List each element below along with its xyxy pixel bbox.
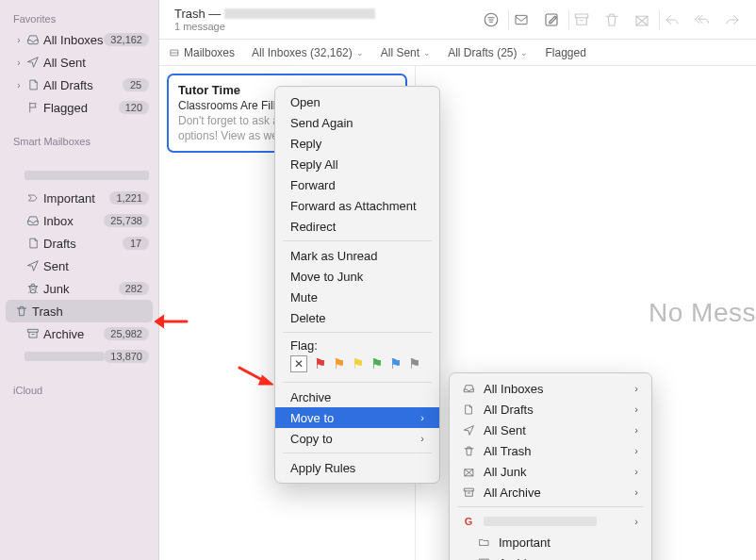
forward-button[interactable] (718, 7, 747, 33)
junk-icon (461, 466, 476, 478)
menu-reply[interactable]: Reply (275, 133, 439, 154)
flag-gray-icon[interactable]: ⚑ (408, 355, 420, 372)
sidebar-badge: 13,870 (104, 350, 149, 363)
menu-move-to[interactable]: Move to› (275, 407, 439, 428)
menu-label: Reply (290, 137, 321, 151)
paper-plane-icon (25, 259, 41, 272)
mailboxes-toggle[interactable]: Mailboxes (169, 46, 235, 59)
sidebar-item-drafts[interactable]: Drafts 17 (0, 232, 158, 255)
filter-flagged[interactable]: Flagged (545, 46, 585, 59)
menu-send-again[interactable]: Send Again (275, 112, 439, 133)
google-icon: G (461, 516, 476, 527)
menu-move-junk[interactable]: Move to Junk (275, 266, 439, 287)
menu-mute[interactable]: Mute (275, 287, 439, 307)
message-count: 1 message (174, 21, 475, 32)
sidebar-label: All Sent (41, 56, 149, 70)
submenu-all-inboxes[interactable]: All Inboxes› (450, 378, 651, 399)
sidebar-badge: 25,982 (104, 327, 149, 340)
sidebar-label: Drafts (41, 237, 123, 251)
menu-label: Mark as Unread (290, 249, 377, 263)
menu-apply-rules[interactable]: Apply Rules (275, 457, 439, 478)
sidebar-badge: 1,221 (109, 191, 149, 205)
sidebar-badge: 120 (119, 101, 149, 114)
sidebar-item-sent[interactable]: Sent (0, 255, 158, 277)
submenu-all-sent[interactable]: All Sent› (450, 420, 651, 440)
mail-button[interactable] (507, 7, 535, 33)
smart-mailboxes-heading: Smart Mailboxes (0, 132, 158, 151)
chevron-right-icon[interactable]: › (13, 58, 25, 68)
flag-orange-icon[interactable]: ⚑ (333, 355, 345, 372)
menu-label: Send Again (290, 116, 353, 130)
sidebar-item-account-name[interactable]: x (0, 164, 158, 187)
sidebar-item-inbox[interactable]: Inbox 25,738 (0, 209, 158, 232)
submenu-all-junk[interactable]: All Junk› (450, 461, 651, 482)
menu-label: Copy to (290, 432, 333, 446)
chevron-right-icon: › (634, 466, 638, 477)
mailboxes-label: Mailboxes (184, 46, 235, 59)
archive-button[interactable] (567, 7, 596, 33)
compose-button[interactable] (537, 7, 566, 33)
sidebar-item-archive[interactable]: Archive 25,982 (0, 322, 158, 345)
document-icon (461, 404, 476, 416)
reply-all-button[interactable] (688, 7, 716, 33)
filter-button[interactable] (477, 7, 505, 33)
menu-delete[interactable]: Delete (275, 307, 439, 328)
submenu-label: All Sent (484, 423, 526, 437)
redacted-account (484, 517, 597, 526)
submenu-account[interactable]: G› (450, 511, 651, 532)
chevron-right-icon[interactable]: › (13, 80, 25, 91)
sidebar-badge: 25 (123, 78, 149, 91)
filter-label: All Drafts (25) (448, 46, 517, 59)
submenu-all-archive[interactable]: All Archive› (450, 482, 651, 502)
menu-copy-to[interactable]: Copy to› (275, 428, 439, 449)
sidebar-item-trash[interactable]: Trash (6, 300, 153, 322)
chevron-right-icon[interactable]: › (13, 35, 25, 45)
redacted-label: x (25, 352, 104, 361)
menu-label: Forward (290, 178, 336, 192)
menu-mark-unread[interactable]: Mark as Unread (275, 245, 439, 266)
menu-forward[interactable]: Forward (275, 174, 439, 195)
menu-reply-all[interactable]: Reply All (275, 154, 439, 174)
submenu-important[interactable]: Important (450, 532, 651, 552)
window-title-prefix: Trash — (174, 7, 221, 21)
junk-button[interactable] (628, 7, 656, 33)
menu-label: Reply All (290, 157, 338, 172)
filter-all-drafts[interactable]: All Drafts (25) ⌄ (448, 46, 528, 59)
chevron-down-icon: ⌄ (423, 48, 431, 58)
sidebar-item-redacted[interactable]: x 13,870 (0, 345, 158, 368)
archive-icon (25, 327, 41, 340)
flag-yellow-icon[interactable]: ⚑ (352, 355, 364, 372)
menu-label: Redirect (290, 220, 336, 234)
sidebar-item-all-sent[interactable]: › All Sent (0, 51, 158, 74)
filter-all-inboxes[interactable]: All Inboxes (32,162) ⌄ (252, 46, 364, 59)
menu-open[interactable]: Open (275, 91, 439, 112)
flag-green-icon[interactable]: ⚑ (370, 355, 383, 372)
sidebar-label: Trash (30, 305, 149, 319)
submenu-all-trash[interactable]: All Trash› (450, 440, 651, 461)
important-icon (25, 192, 41, 204)
sidebar-label: Junk (41, 282, 119, 296)
reply-button[interactable] (658, 7, 686, 33)
flag-clear[interactable]: ✕ (290, 355, 307, 372)
sidebar-label: Flagged (41, 101, 119, 115)
sidebar-item-all-inboxes[interactable]: › All Inboxes 32,162 (0, 28, 158, 51)
sidebar-item-all-drafts[interactable]: › All Drafts 25 (0, 74, 158, 96)
submenu-label: Important (499, 535, 551, 550)
submenu-all-drafts[interactable]: All Drafts› (450, 399, 651, 420)
flag-blue-icon[interactable]: ⚑ (389, 355, 402, 372)
favorites-heading: Favorites (0, 9, 158, 28)
menu-forward-attachment[interactable]: Forward as Attachment (275, 195, 439, 216)
menu-redirect[interactable]: Redirect (275, 216, 439, 237)
annotation-arrow-icon (151, 311, 189, 332)
filter-all-sent[interactable]: All Sent ⌄ (381, 46, 431, 59)
delete-button[interactable] (598, 7, 626, 33)
menu-archive[interactable]: Archive (275, 387, 439, 407)
sidebar-item-junk[interactable]: Junk 282 (0, 277, 158, 300)
chevron-right-icon: › (420, 412, 424, 423)
sidebar-item-important[interactable]: Important 1,221 (0, 187, 158, 209)
sidebar-section-icloud: iCloud (0, 381, 158, 400)
menu-label: Move to (290, 411, 334, 425)
submenu-archive[interactable]: Archive (450, 552, 651, 560)
flag-red-icon[interactable]: ⚑ (314, 355, 326, 372)
sidebar-item-flagged[interactable]: Flagged 120 (0, 96, 158, 119)
